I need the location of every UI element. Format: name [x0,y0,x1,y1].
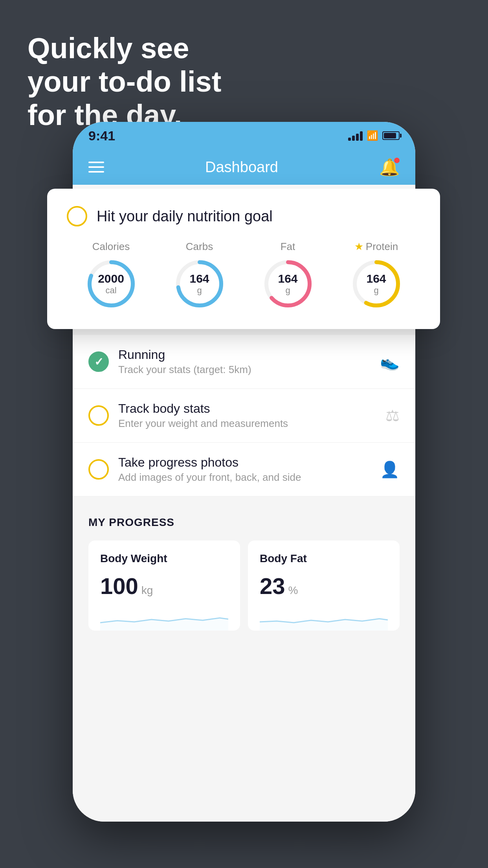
protein-label: ★ Protein [354,241,398,253]
fat-value: 164 [278,272,297,285]
nutrition-card[interactable]: Hit your daily nutrition goal Calories 2… [47,189,440,329]
calories-label: Calories [92,241,130,253]
todo-text: Running Track your stats (target: 5km) [118,348,371,376]
calories-ring: Calories 2000 cal [86,241,137,309]
status-icons: 📶 [348,130,400,141]
calories-ring-container: 2000 cal [86,258,137,309]
nutrition-rings: Calories 2000 cal Carbs [67,241,420,309]
star-icon: ★ [354,241,363,253]
hero-text: Quickly see your to-do list for the day. [28,31,221,132]
carbs-value: 164 [189,272,209,285]
progress-heading: MY PROGRESS [88,516,400,529]
body-weight-value: 100 [100,573,138,599]
body-weight-card[interactable]: Body Weight 100 kg [88,541,240,631]
body-fat-card[interactable]: Body Fat 23 % [248,541,400,631]
card-header: Hit your daily nutrition goal [67,206,420,226]
card-title: Body Fat [260,552,388,565]
calories-unit: cal [98,285,124,296]
person-icon: 👤 [380,460,400,479]
fat-label: Fat [281,241,295,253]
carbs-unit: g [189,285,209,296]
fat-unit: g [278,285,297,296]
nav-title: Dashboard [205,159,278,176]
signal-icon [348,131,363,141]
todo-text: Track body stats Enter your weight and m… [118,401,376,430]
list-item[interactable]: Track body stats Enter your weight and m… [73,389,415,443]
card-title: Body Weight [100,552,228,565]
protein-ring-container: 164 g [351,258,402,309]
progress-section: MY PROGRESS Body Weight 100 kg [73,497,415,631]
status-bar: 9:41 📶 [73,122,415,149]
todo-subtitle: Enter your weight and measurements [118,417,376,430]
progress-value-row: 100 kg [100,573,228,599]
list-item[interactable]: ✓ Running Track your stats (target: 5km)… [73,335,415,389]
checkmark-icon: ✓ [94,355,103,368]
todo-title: Running [118,348,371,362]
carbs-ring: Carbs 164 g [174,241,225,309]
wifi-icon: 📶 [367,130,378,141]
nutrition-card-title: Hit your daily nutrition goal [97,208,273,225]
protein-unit: g [366,285,386,296]
todo-status-done: ✓ [88,351,109,372]
fat-ring: Fat 164 g [262,241,314,309]
carbs-label: Carbs [186,241,213,253]
body-fat-sparkline [260,607,388,631]
todo-text: Take progress photos Add images of your … [118,455,371,484]
carbs-ring-container: 164 g [174,258,225,309]
hamburger-menu[interactable] [88,162,104,173]
protein-ring: ★ Protein 164 g [351,241,402,309]
scale-icon: ⚖ [385,406,400,425]
nutrition-radio[interactable] [67,206,87,226]
list-item[interactable]: Take progress photos Add images of your … [73,443,415,497]
todo-subtitle: Add images of your front, back, and side [118,471,371,484]
body-fat-unit: % [288,584,298,597]
battery-icon [382,131,400,140]
notification-dot [394,158,400,163]
todo-title: Take progress photos [118,455,371,470]
todo-subtitle: Track your stats (target: 5km) [118,364,371,376]
calories-value: 2000 [98,272,124,285]
body-fat-value: 23 [260,573,285,599]
todo-status-pending [88,459,109,480]
progress-value-row: 23 % [260,573,388,599]
top-nav: Dashboard 🔔 [73,149,415,185]
todo-title: Track body stats [118,401,376,416]
body-weight-sparkline [100,607,228,631]
fat-ring-container: 164 g [262,258,314,309]
protein-value: 164 [366,272,386,285]
status-time: 9:41 [88,128,115,143]
todo-status-pending [88,405,109,426]
body-weight-unit: kg [141,584,153,597]
progress-cards: Body Weight 100 kg Body Fat [88,541,400,631]
todo-list: ✓ Running Track your stats (target: 5km)… [73,335,415,497]
shoe-icon: 👟 [380,353,400,371]
notification-bell[interactable]: 🔔 [379,158,400,177]
